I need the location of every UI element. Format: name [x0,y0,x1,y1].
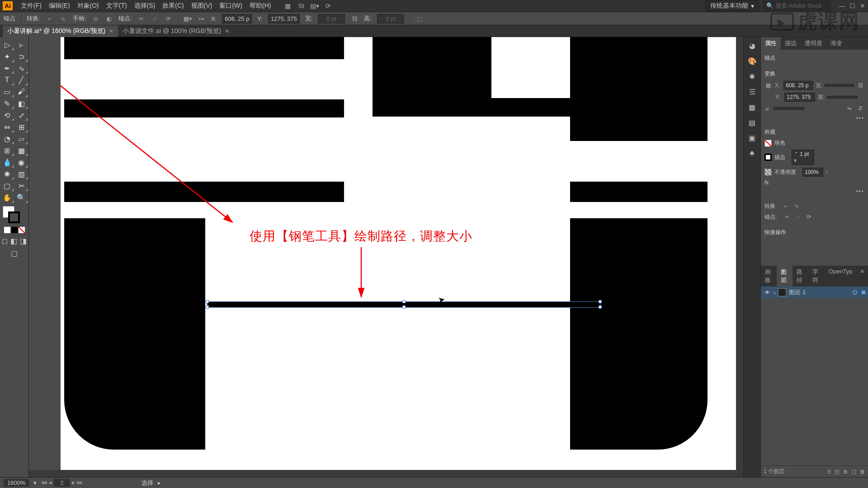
cut-anchor-icon[interactable]: ⟳ [805,213,813,221]
brushes-icon[interactable]: ☰ [747,87,757,97]
bottom-tab-char[interactable]: 字符 [808,266,824,286]
isolate-icon[interactable]: ⬚ [415,14,424,23]
new-layer-icon[interactable]: ▢ [851,469,856,475]
link-icon[interactable]: ⛓ [350,14,359,23]
convert-smooth-icon[interactable]: ∿ [793,202,801,210]
perspective-tool[interactable]: ▱ [14,133,29,145]
zoom-level[interactable]: 1600% [4,479,29,487]
doc-tab-active[interactable]: 小暑讲解.ai* @ 1600% (RGB/预览) ✕ [3,25,118,37]
stroke-swatch[interactable] [764,154,772,161]
graphic-styles-icon[interactable]: ▣ [747,133,757,143]
panel-tab-properties[interactable]: 属性 [761,37,781,50]
menu-window[interactable]: 窗口(W) [216,2,246,10]
prev-artboard-icon[interactable]: ◂ [49,479,52,487]
draw-behind-icon[interactable]: ◧ [10,237,17,245]
menu-type[interactable]: 文字(T) [103,2,131,10]
delete-layer-icon[interactable]: 🗑 [860,469,865,475]
connect-icon[interactable]: ⟋ [151,14,159,23]
color-panel-icon[interactable]: ◕ [747,41,757,51]
w-input[interactable]: 0 pt [318,14,345,23]
menu-object[interactable]: 对象(O) [74,2,103,10]
smooth-icon[interactable]: ∿ [59,14,67,23]
color-guide-icon[interactable]: 🎨 [747,56,757,66]
last-artboard-icon[interactable]: ⏭ [77,479,83,487]
menu-view[interactable]: 视图(V) [188,2,216,10]
flip-h-icon[interactable]: ⇋ [845,104,854,113]
h-input[interactable]: 0 pt [377,14,404,23]
swatches-icon[interactable]: ✺ [747,71,757,81]
free-transform-tool[interactable]: ⊞ [14,121,29,133]
y-input[interactable]: 1275. 375 [268,14,300,23]
type-tool[interactable]: T [0,74,14,86]
stroke-weight-input[interactable]: ⌃ 1 pt ▾ [792,150,814,165]
menu-edit[interactable]: 编辑(E) [45,2,74,10]
first-artboard-icon[interactable]: ⏮ [41,479,47,487]
graph-tool[interactable]: ▥ [14,168,29,180]
direct-selection-tool[interactable]: ▹ [14,39,29,51]
prop-h-input[interactable] [827,96,858,99]
scale-tool[interactable]: ⤢ [14,109,29,121]
layer-name[interactable]: 图层 1 [789,288,806,296]
stroke-panel-icon[interactable]: ▤ [747,117,757,127]
cut-path-icon[interactable]: ⟳ [165,14,173,23]
opacity-input[interactable]: 100% [802,168,823,177]
prop-x-input[interactable]: 606. 25 p [783,81,813,90]
close-button[interactable]: ✕ [860,2,865,9]
panel-tab-transparency[interactable]: 透明度 [801,37,826,50]
tab-close-icon[interactable]: ✕ [225,28,229,34]
x-input[interactable]: 606. 25 p [222,14,252,23]
color-chip[interactable] [4,227,10,233]
paintbrush-tool[interactable]: 🖌 [14,86,29,98]
shaper-tool[interactable]: ✎ [0,98,14,109]
panel-tab-stroke[interactable]: 描边 [781,37,801,50]
zoom-tool[interactable]: 🔍 [14,192,29,203]
artboard-tool[interactable]: ▢ [0,180,14,192]
more-options-icon[interactable]: ••• [856,188,864,195]
more-options-icon[interactable]: ••• [856,115,864,122]
canvas[interactable]: ➤ 使用【钢笔工具】绘制路径，调整大小 [29,37,743,477]
expand-icon[interactable]: › [774,289,775,296]
bottom-tab-artboards[interactable]: 画板 [761,266,777,286]
bridge-icon[interactable]: ▦ [283,2,292,10]
gradient-tool[interactable]: ▦ [14,145,29,156]
menu-select[interactable]: 选择(S) [131,2,159,10]
selected-path[interactable] [208,302,600,307]
remove-anchor-icon[interactable]: ✂ [783,213,791,221]
ref-point-icon[interactable]: ▦ [764,81,772,89]
selection-tool[interactable]: ▷ [0,39,14,51]
fill-stroke-swatch[interactable] [0,205,28,225]
convert-corner-icon[interactable]: ⌐ [782,202,790,210]
shape-builder-tool[interactable]: ◔ [0,133,14,145]
bottom-tab-paths[interactable]: 路径 [793,266,808,286]
clip-mask-icon[interactable]: ◰ [835,469,840,475]
panel-tab-gradient[interactable]: 渐变 [826,37,846,50]
rectangle-tool[interactable]: ▭ [0,86,14,98]
artboard-number[interactable]: 2 [54,479,70,487]
connect-anchor-icon[interactable]: ⟋ [794,213,802,221]
gpu-icon[interactable]: ⟳ [324,2,332,10]
pen-tool[interactable]: ✒ [0,62,14,74]
rotate-input[interactable] [774,107,804,110]
vertical-scrollbar[interactable] [736,37,743,470]
link-wh-icon[interactable]: ⊶ [198,14,206,23]
width-tool[interactable]: ⇔ [0,121,14,133]
doc-tab-2[interactable]: 小暑源文件.ai @ 100% (RGB/预览) ✕ [118,25,234,37]
locate-icon[interactable]: ⎘ [828,469,831,475]
maximize-button[interactable]: ☐ [849,2,855,9]
new-sublayer-icon[interactable]: ⊕ [843,469,848,475]
align-ref-icon[interactable]: ▦▾ [184,14,192,23]
rotate-tool[interactable]: ⟲ [0,109,14,121]
color-chip[interactable] [11,227,18,233]
menu-file[interactable]: 文件(F) [17,2,45,10]
minimize-button[interactable]: — [839,2,845,9]
menu-effect[interactable]: 效果(C) [159,2,187,10]
menu-help[interactable]: 帮助(H) [246,2,274,10]
none-chip[interactable] [19,227,25,233]
link-wh-icon[interactable]: ⛓ [857,81,864,89]
eraser-tool[interactable]: ◧ [14,98,29,109]
mesh-tool[interactable]: ⊞ [0,145,14,156]
opacity-swatch[interactable] [764,169,772,176]
next-artboard-icon[interactable]: ▸ [72,479,75,487]
symbols-icon[interactable]: ▦ [747,102,757,112]
blend-tool[interactable]: ◉ [14,156,29,168]
